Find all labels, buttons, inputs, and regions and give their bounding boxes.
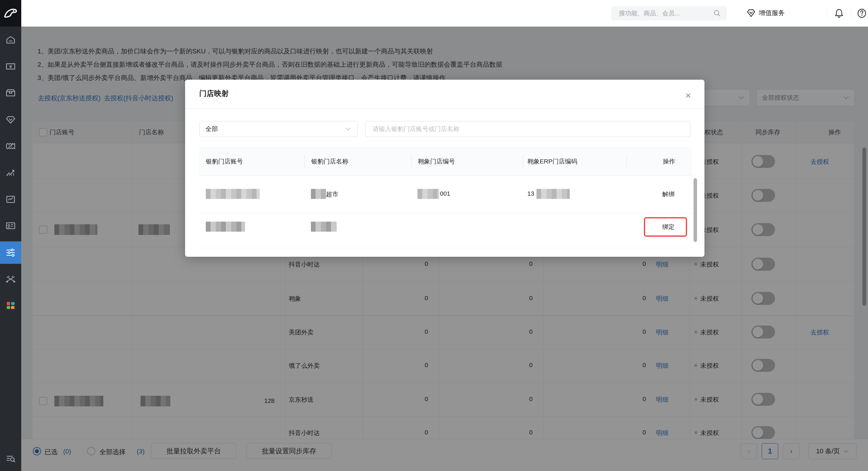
modal-category-select[interactable]: 全部 <box>199 121 358 137</box>
modal-col-account: 银豹门店账号 <box>206 147 243 176</box>
modal-erp-redacted <box>536 189 570 199</box>
bell-icon <box>834 8 844 19</box>
header-tick <box>523 155 523 168</box>
modal-name-redacted <box>311 189 326 199</box>
modal-name-redacted <box>311 222 337 232</box>
modal-row-divider <box>199 213 692 213</box>
modal-row-divider <box>199 248 692 248</box>
vip-gem-icon <box>5 114 16 125</box>
list-search-icon <box>5 453 16 464</box>
vas-gem-icon <box>746 8 756 18</box>
modal-name-suffix: 超市 <box>326 190 338 198</box>
chart-trend-icon <box>5 167 16 178</box>
sidebar-item-settings-active[interactable] <box>0 242 21 264</box>
modal-col-name: 银豹门店名称 <box>311 147 348 176</box>
modal-col-action: 操作 <box>663 147 675 176</box>
package-icon <box>5 88 16 98</box>
modal-erp-prefix: 13 <box>527 190 534 197</box>
sidebar-item-products[interactable] <box>0 85 21 101</box>
colored-grid-icon <box>5 300 16 311</box>
modal-account-redacted <box>206 189 260 199</box>
topbar: 增值服务 <box>21 0 868 27</box>
search-icon[interactable] <box>713 9 721 17</box>
help-button[interactable] <box>857 8 867 19</box>
topbar-divider <box>827 9 827 18</box>
sidebar-item-tools[interactable] <box>0 271 21 287</box>
home-icon <box>5 34 16 45</box>
modal-col-code: 翱象门店编号 <box>418 147 455 176</box>
modal-title: 门店映射 <box>199 89 229 98</box>
sidebar <box>0 0 21 471</box>
brand-logo[interactable] <box>0 0 21 27</box>
modal-account-redacted <box>206 222 245 232</box>
modal-table-header: 银豹门店账号 银豹门店名称 翱象门店编号 翱象ERP门店编码 操作 <box>199 147 692 176</box>
chevron-down-icon <box>345 127 351 131</box>
modal-close-icon[interactable]: × <box>685 90 691 100</box>
sidebar-item-staff[interactable] <box>0 218 21 234</box>
modal-scrollbar[interactable] <box>693 178 697 322</box>
modal-code-redacted <box>417 189 439 199</box>
sidebar-item-cashier[interactable] <box>0 58 21 75</box>
global-search[interactable] <box>611 6 727 20</box>
sidebar-item-home[interactable] <box>0 32 21 48</box>
global-search-input[interactable] <box>611 9 713 17</box>
modal-scrollbar-thumb[interactable] <box>693 178 697 242</box>
unbind-link[interactable]: 解绑 <box>662 190 675 198</box>
notifications-button[interactable] <box>834 8 844 19</box>
coupon-icon <box>5 141 16 151</box>
modal-header-divider <box>185 108 705 108</box>
question-circle-icon <box>857 8 867 19</box>
modal-col-erp: 翱象ERP门店编码 <box>527 147 577 176</box>
banknote-icon <box>5 61 16 72</box>
leopard-logo-icon <box>3 6 18 21</box>
sidebar-item-statistics[interactable] <box>0 164 21 181</box>
sidebar-item-apps[interactable] <box>0 297 21 314</box>
sliders-icon <box>5 247 16 258</box>
id-card-icon <box>5 220 16 231</box>
app-root: 增值服务 1、美团/京东秒送外卖商品，加价口味会作为一个新的SKU，可以与银豹对… <box>0 0 868 471</box>
modal-category-value: 全部 <box>206 125 218 133</box>
header-tick <box>304 155 305 168</box>
modal-store-search-input[interactable] <box>365 121 690 137</box>
crossed-tools-icon <box>5 273 16 284</box>
vas-label: 增值服务 <box>759 8 785 18</box>
sidebar-item-menu-search[interactable] <box>0 450 21 467</box>
report-card-icon <box>5 194 16 205</box>
store-mapping-modal: 门店映射 × 全部 银豹门店账号 银豹门店名称 翱象门店编号 翱象ERP门店编码… <box>185 80 705 257</box>
topbar-divider <box>851 9 851 18</box>
sidebar-item-reports[interactable] <box>0 191 21 208</box>
sidebar-item-members[interactable] <box>0 111 21 128</box>
bind-highlight-annotation <box>644 217 687 237</box>
header-tick <box>626 155 627 168</box>
sidebar-item-promotions[interactable] <box>0 138 21 154</box>
modal-code-suffix: 001 <box>440 190 450 197</box>
value-added-services-button[interactable]: 增值服务 <box>746 8 785 18</box>
